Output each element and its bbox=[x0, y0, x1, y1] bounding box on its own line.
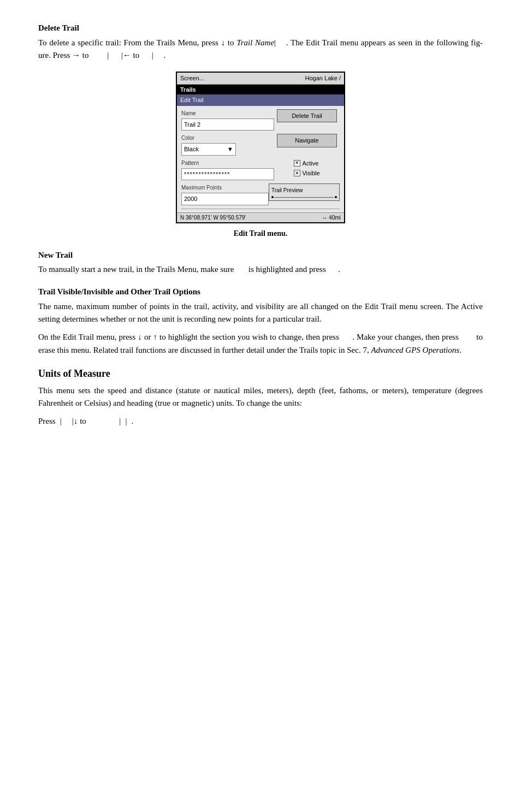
gps-pattern-label: Pattern bbox=[181, 159, 274, 167]
gps-maxpoints-field[interactable]: 2000 bbox=[181, 193, 269, 205]
trail-options-paragraph1: The name, maximum number of points in th… bbox=[38, 300, 483, 326]
gps-visible-checkbox-item: ✕ Visible bbox=[294, 169, 319, 178]
press-pipe2: | bbox=[119, 415, 121, 428]
gps-maxpoints-label: Maximum Points bbox=[181, 183, 269, 192]
gps-color-field[interactable]: Black ▼ bbox=[181, 143, 236, 156]
gps-pattern-left: Pattern **************** bbox=[181, 159, 274, 181]
press-pipe1: | bbox=[60, 415, 62, 428]
gps-status-bar: N 36°08.971' W 95°50.579' ↔ 40mi bbox=[177, 212, 344, 222]
gps-content: Name Trail 2 Delete Trail Color Black ▼ bbox=[177, 106, 344, 212]
gps-coords: N 36°08.971' W 95°50.579' bbox=[180, 214, 246, 222]
figure-caption: Edit Trail menu. bbox=[234, 228, 288, 239]
delete-trail-section: Delete Trail To delete a specific trail:… bbox=[38, 22, 483, 62]
gps-checkbox-row: ✕ Active ✕ Visible bbox=[294, 159, 319, 178]
gps-visible-label: Visible bbox=[302, 169, 319, 178]
press-down-arrow: |↓ to bbox=[66, 415, 115, 428]
gps-trail-preview-container: Trail Preview bbox=[269, 183, 340, 201]
gps-header-right: Hogan Lake / bbox=[305, 74, 341, 83]
gps-color-left: Color Black ▼ bbox=[181, 134, 274, 156]
gps-trail-dot-left bbox=[271, 196, 274, 198]
gps-bottom-divider bbox=[181, 209, 340, 209]
gps-color-label: Color bbox=[181, 134, 274, 142]
trail-options-section: Trail Visible/Invisible and Other Trail … bbox=[38, 286, 483, 357]
delete-trail-title: Delete Trail bbox=[38, 22, 483, 34]
gps-name-row: Name Trail 2 Delete Trail bbox=[181, 109, 340, 131]
new-trail-paragraph: To manually start a new trail, in the Tr… bbox=[38, 263, 483, 276]
units-press-line: Press | |↓ to | | . bbox=[38, 415, 483, 428]
gps-screen: Screen... Hogan Lake / Trails Edit Trail… bbox=[176, 72, 345, 223]
gps-checkboxes-container: ✕ Active ✕ Visible bbox=[274, 159, 340, 178]
gps-screen-label: Screen... bbox=[180, 74, 204, 83]
gps-trail-preview-label: Trail Preview bbox=[271, 186, 337, 194]
units-paragraph: This menu sets the speed and distance (s… bbox=[38, 384, 483, 410]
gps-active-checkbox-item: ✕ Active bbox=[294, 159, 319, 168]
press-period: . bbox=[131, 415, 133, 428]
press-pipe3: | bbox=[125, 415, 127, 428]
gps-active-checkbox[interactable]: ✕ bbox=[294, 160, 300, 167]
gps-maxpoints-left: Maximum Points 2000 bbox=[181, 183, 269, 205]
gps-name-field[interactable]: Trail 2 bbox=[181, 118, 274, 131]
gps-visible-checkbox[interactable]: ✕ bbox=[294, 170, 300, 176]
gps-color-value: Black bbox=[184, 145, 199, 154]
edit-trail-figure: Screen... Hogan Lake / Trails Edit Trail… bbox=[38, 72, 483, 239]
gps-delete-trail-btn-container: Delete Trail bbox=[274, 109, 340, 123]
gps-color-row: Color Black ▼ Navigate bbox=[181, 134, 340, 156]
gps-header-bar: Screen... Hogan Lake / bbox=[177, 73, 344, 85]
gps-scale: ↔ 40mi bbox=[322, 214, 341, 222]
new-trail-title: New Trail bbox=[38, 249, 483, 262]
trail-options-title: Trail Visible/Invisible and Other Trail … bbox=[38, 286, 483, 298]
gps-name-left: Name Trail 2 bbox=[181, 109, 274, 131]
gps-edit-trail-bar: Edit Trail bbox=[177, 94, 344, 106]
gps-navigate-btn-container: Navigate bbox=[274, 134, 340, 147]
gps-color-arrow-icon: ▼ bbox=[227, 145, 233, 154]
gps-trail-preview: Trail Preview bbox=[269, 183, 340, 201]
trail-options-paragraph2: On the Edit Trail menu, press ↓ or ↑ to … bbox=[38, 331, 483, 357]
gps-navigate-button[interactable]: Navigate bbox=[277, 134, 337, 147]
gps-delete-trail-button[interactable]: Delete Trail bbox=[277, 109, 337, 123]
press-word: Press bbox=[38, 415, 56, 428]
gps-trail-preview-line bbox=[271, 196, 337, 198]
delete-trail-paragraph: To delete a specific trail: From the Tra… bbox=[38, 37, 483, 62]
gps-trail-dot-right bbox=[335, 196, 337, 198]
gps-name-label: Name bbox=[181, 109, 274, 117]
gps-pattern-row: Pattern **************** ✕ Active ✕ Visi… bbox=[181, 159, 340, 181]
gps-maxpoints-row: Maximum Points 2000 Trail Preview bbox=[181, 183, 340, 205]
gps-trails-bar: Trails bbox=[177, 85, 344, 95]
gps-pattern-field[interactable]: **************** bbox=[181, 168, 274, 181]
units-title: Units of Measure bbox=[38, 366, 483, 381]
units-section: Units of Measure This menu sets the spee… bbox=[38, 366, 483, 428]
new-trail-section: New Trail To manually start a new trail,… bbox=[38, 249, 483, 276]
gps-active-label: Active bbox=[302, 159, 318, 168]
